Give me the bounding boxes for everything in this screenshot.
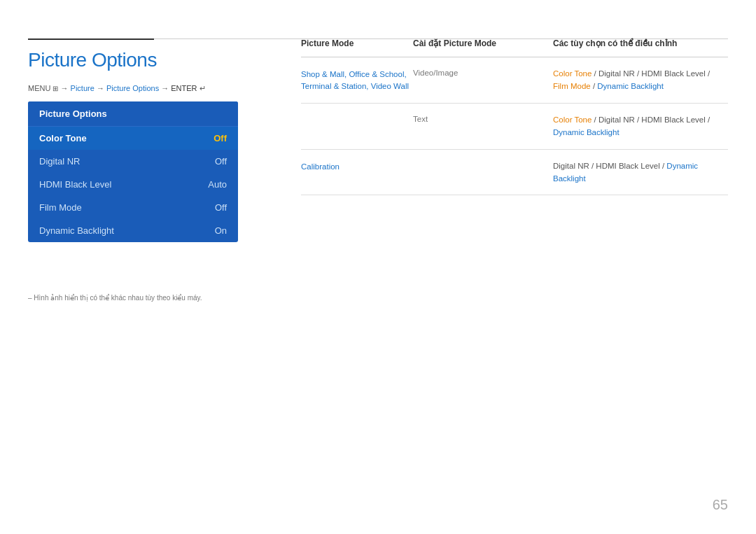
page-title: Picture Options (28, 49, 157, 71)
breadcrumb-picture-link[interactable]: Picture (71, 84, 94, 92)
film-mode-label: Film Mode (39, 202, 82, 213)
row2-setting: Text (413, 113, 553, 123)
row1-mode: Shop & Mall, Office & School,Terminal & … (301, 67, 413, 93)
col-header-picture-mode: Picture Mode (301, 38, 413, 48)
menu-icon: ⊞ (52, 85, 58, 92)
breadcrumb-sep3: → (161, 84, 169, 92)
digital-nr-value: Off (215, 156, 227, 167)
digital-nr-label: Digital NR (39, 156, 80, 167)
enter-icon: ↵ (200, 84, 206, 92)
col-header-setting: Cài đặt Picture Mode (413, 38, 553, 48)
breadcrumb-enter-label: ENTER (171, 84, 197, 92)
hdmi-black-level-label: HDMI Black Level (39, 179, 111, 190)
color-tone-label: Color Tone (39, 133, 87, 143)
page-number: 65 (713, 497, 728, 513)
row2-color-tone: Color Tone (553, 115, 592, 124)
menu-item-hdmi-black-level[interactable]: HDMI Black Level Auto (28, 173, 238, 196)
row3-options: Digital NR / HDMI Black Level / DynamicB… (553, 160, 728, 185)
menu-item-color-tone[interactable]: Color Tone Off (28, 127, 238, 150)
picture-options-menu: Picture Options Color Tone Off Digital N… (28, 101, 238, 242)
menu-item-film-mode[interactable]: Film Mode Off (28, 196, 238, 219)
row1-dynamic-backlight: Dynamic Backlight (597, 82, 664, 90)
row1-setting: Video/Image (413, 67, 553, 77)
row3-setting (413, 160, 553, 161)
hdmi-black-level-value: Auto (208, 179, 227, 190)
row1-sep1: / Digital NR / HDMI Black Level / (594, 69, 710, 78)
film-mode-value: Off (215, 202, 227, 213)
table-row-1: Shop & Mall, Office & School,Terminal & … (301, 57, 728, 104)
menu-item-dynamic-backlight[interactable]: Dynamic Backlight On (28, 219, 238, 242)
table-row-2: Text Color Tone / Digital NR / HDMI Blac… (301, 104, 728, 150)
breadcrumb-sep2: → (97, 84, 104, 92)
breadcrumb-options-link[interactable]: Picture Options (106, 84, 159, 92)
row3-mode: Calibration (301, 160, 413, 173)
row2-dynamic-backlight: Dynamic Backlight (553, 128, 620, 136)
row1-film-mode: Film Mode (553, 82, 591, 90)
row2-options: Color Tone / Digital NR / HDMI Black Lev… (553, 113, 728, 139)
menu-item-digital-nr[interactable]: Digital NR Off (28, 150, 238, 173)
row2-mode (301, 113, 413, 115)
top-accent-line (28, 38, 154, 40)
row1-options: Color Tone / Digital NR / HDMI Black Lev… (553, 67, 728, 93)
dynamic-backlight-label: Dynamic Backlight (39, 225, 114, 236)
menu-header: Picture Options (28, 101, 238, 127)
dynamic-backlight-value: On (215, 225, 227, 236)
breadcrumb: MENU ⊞ → Picture → Picture Options → ENT… (28, 84, 206, 93)
row2-sep1: / Digital NR / HDMI Black Level / (594, 115, 710, 124)
row3-digital-nr: Digital NR / HDMI Black Level / (553, 162, 666, 170)
menu-label: MENU (28, 84, 50, 92)
color-tone-value: Off (214, 133, 227, 143)
breadcrumb-sep1: → (61, 84, 69, 92)
table-row-3: Calibration Digital NR / HDMI Black Leve… (301, 150, 728, 196)
row1-color-tone: Color Tone (553, 69, 592, 78)
table-header-row: Picture Mode Cài đặt Picture Mode Các tù… (301, 38, 728, 57)
note-text: – Hình ảnh hiển thị có thể khác nhau tùy… (28, 294, 202, 302)
options-table: Picture Mode Cài đặt Picture Mode Các tù… (301, 38, 728, 195)
col-header-options: Các tùy chọn có thể điều chỉnh (553, 38, 728, 48)
